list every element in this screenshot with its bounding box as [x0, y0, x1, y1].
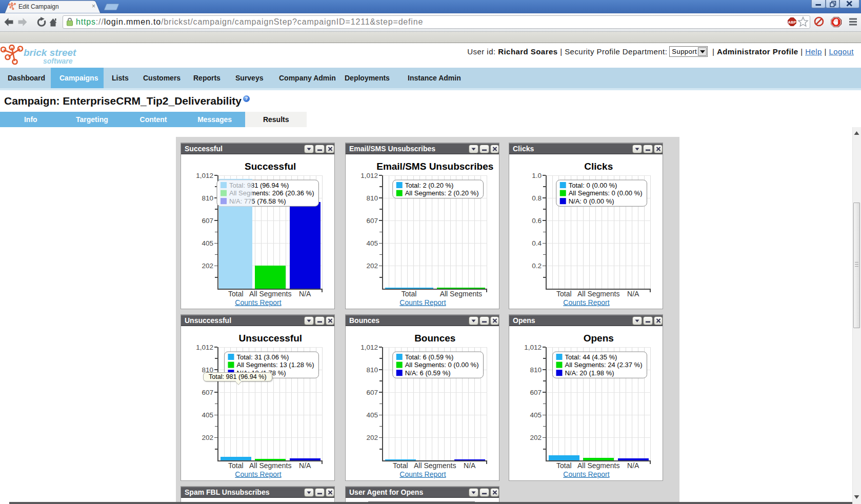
portlet-dropdown-button[interactable]	[304, 145, 314, 153]
portlet-minimize-button[interactable]	[315, 145, 325, 153]
bar-all-segments[interactable]	[437, 288, 485, 289]
portlet-unsuccessful: Unsuccessful1,012810607405202TotalAll Se…	[181, 314, 335, 481]
home-icon[interactable]	[50, 18, 57, 27]
y-tick-label: 405	[366, 239, 378, 247]
portlet-titlebar-spam-fbl-unsubscribes[interactable]: Spam FBL Unsubscribes	[181, 487, 334, 498]
url-text[interactable]: https://login.mmen.to/brickst/campaign/c…	[76, 16, 423, 28]
forward-icon[interactable]	[18, 18, 27, 26]
category-label: Total	[556, 461, 572, 470]
nav-item-surveys[interactable]: Surveys	[235, 68, 263, 88]
help-link[interactable]: Help	[805, 47, 822, 56]
portlet-minimize-button[interactable]	[479, 316, 489, 325]
portlet-titlebar-successful[interactable]: Successful	[181, 143, 334, 154]
menu-icon[interactable]	[849, 18, 857, 26]
bar-n-a[interactable]	[454, 459, 485, 460]
stop-hand-icon[interactable]	[831, 17, 842, 27]
tab-info[interactable]: Info	[0, 112, 62, 127]
category-label: All Segments	[249, 290, 291, 298]
reload-icon[interactable]	[38, 17, 45, 26]
chart-title: Email/SMS Unsubscribes	[376, 161, 493, 172]
legend-swatch	[560, 190, 566, 196]
scrollbar-thumb[interactable]	[853, 203, 860, 328]
counts-report-link[interactable]: Counts Report	[235, 470, 281, 478]
scrollbar-down-icon[interactable]	[852, 494, 861, 500]
portlet-dropdown-button[interactable]	[469, 145, 478, 153]
counts-report-link[interactable]: Counts Report	[399, 470, 446, 478]
bar-all-segments[interactable]	[255, 459, 286, 460]
brickstreet-favicon-icon	[8, 3, 16, 10]
adblock-plus-icon[interactable]: ABP	[788, 18, 796, 26]
portlet-dropdown-button[interactable]	[304, 316, 314, 325]
tab-results[interactable]: Results	[245, 112, 307, 127]
bar-total[interactable]	[549, 455, 579, 460]
portlet-dropdown-button[interactable]	[632, 316, 642, 325]
portlet-close-button[interactable]	[326, 145, 334, 153]
portlet-titlebar-email-sms-unsubscribes[interactable]: Email/SMS Unsubscribes	[346, 143, 499, 154]
back-icon[interactable]	[5, 18, 13, 26]
portlet-close-button[interactable]	[326, 316, 334, 325]
portlet-close-button[interactable]	[654, 145, 663, 153]
y-tick-label: 405	[530, 411, 542, 419]
dropdown-icon	[305, 489, 313, 496]
scrollbar-up-icon[interactable]	[852, 130, 861, 136]
portlet-titlebar-clicks[interactable]: Clicks	[509, 143, 663, 154]
bar-all-segments[interactable]	[583, 458, 614, 460]
nav-item-dashboard[interactable]: Dashboard	[8, 68, 45, 88]
counts-report-link[interactable]: Counts Report	[563, 470, 609, 478]
portlet-minimize-button[interactable]	[643, 145, 653, 153]
portlet-close-button[interactable]	[654, 316, 663, 325]
tab-content[interactable]: Content	[123, 112, 184, 127]
portlet-dropdown-button[interactable]	[469, 488, 478, 497]
dropdown-icon	[305, 317, 313, 325]
tab-targeting[interactable]: Targeting	[62, 112, 123, 127]
bar-total[interactable]	[385, 459, 416, 460]
block-icon[interactable]	[815, 17, 823, 26]
bar-total[interactable]	[221, 457, 251, 460]
portlet-close-button[interactable]	[490, 145, 499, 153]
nav-item-company-admin[interactable]: Company Admin	[279, 68, 336, 88]
department-select[interactable]: Support	[669, 46, 708, 57]
nav-item-lists[interactable]: Lists	[112, 68, 129, 88]
legend-entry: N/A: 0 (0.00 %)	[569, 197, 614, 205]
portlet-opens: Opens1,012810607405202TotalAll SegmentsN…	[509, 314, 663, 481]
portlet-titlebar-user-agent-for-opens[interactable]: User Agent for Opens	[346, 487, 499, 498]
portlet-minimize-button[interactable]	[315, 316, 325, 325]
bar-n-a[interactable]	[290, 458, 321, 460]
logout-link[interactable]: Logout	[829, 47, 854, 56]
counts-report-link[interactable]: Counts Report	[563, 298, 609, 307]
new-tab-button[interactable]	[104, 4, 119, 10]
portlet-close-button[interactable]	[490, 488, 499, 497]
nav-item-instance-admin[interactable]: Instance Admin	[408, 68, 461, 88]
portlet-minimize-button[interactable]	[479, 145, 489, 153]
tab-close-icon[interactable]: ×	[90, 3, 97, 10]
bar-all-segments[interactable]	[255, 266, 286, 289]
taskbar-edge	[9, 502, 852, 504]
portlet-dropdown-button[interactable]	[632, 145, 642, 153]
bar-n-a[interactable]	[290, 202, 321, 289]
legend-entry: Total: 2 (0.20 %)	[405, 182, 454, 189]
bar-total[interactable]	[385, 288, 433, 289]
portlet-titlebar-opens[interactable]: Opens	[509, 315, 663, 326]
portlet-minimize-button[interactable]	[643, 316, 653, 325]
tab-messages[interactable]: Messages	[184, 112, 246, 127]
portlet-titlebar-unsuccessful[interactable]: Unsuccessful	[181, 315, 334, 326]
nav-item-campaigns[interactable]: Campaigns	[59, 68, 98, 88]
legend-entry: Total: 0 (0.00 %)	[569, 182, 617, 189]
page-help-icon[interactable]: ?	[243, 95, 250, 102]
bookmark-star-icon[interactable]	[798, 17, 808, 27]
portlet-close-button[interactable]	[326, 488, 334, 497]
portlet-minimize-button[interactable]	[315, 488, 325, 497]
counts-report-link[interactable]: Counts Report	[235, 298, 281, 307]
bar-n-a[interactable]	[618, 458, 649, 460]
legend-entry: Total: 6 (0.59 %)	[405, 353, 454, 361]
portlet-dropdown-button[interactable]	[469, 316, 478, 325]
window-minimize-button[interactable]	[812, 0, 826, 8]
portlet-titlebar-bounces[interactable]: Bounces	[346, 315, 499, 326]
portlet-close-button[interactable]	[490, 316, 499, 325]
nav-item-deployments[interactable]: Deployments	[345, 68, 390, 88]
nav-item-reports[interactable]: Reports	[193, 68, 221, 88]
counts-report-link[interactable]: Counts Report	[399, 298, 446, 307]
nav-item-customers[interactable]: Customers	[143, 68, 181, 88]
portlet-dropdown-button[interactable]	[304, 488, 314, 497]
portlet-minimize-button[interactable]	[479, 488, 489, 497]
